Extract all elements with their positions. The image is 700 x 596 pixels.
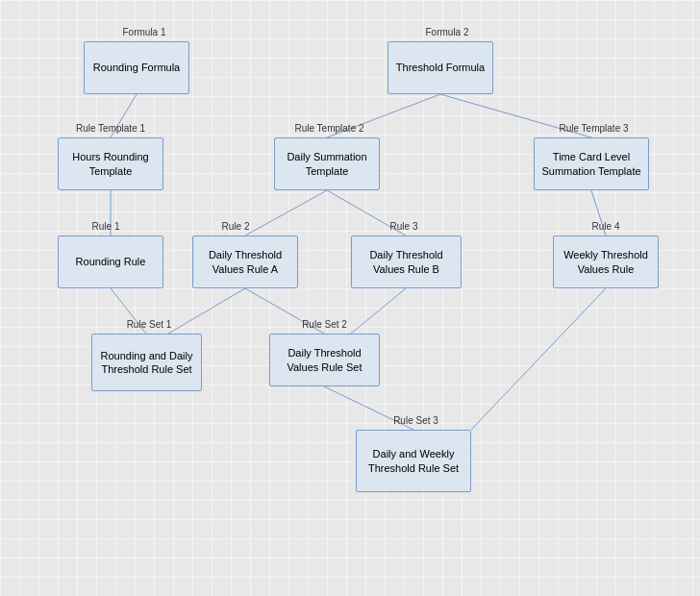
rule2-box: Daily Threshold Values Rule A <box>192 236 298 288</box>
rule3-label: Rule 3 <box>375 221 433 232</box>
rule1-box: Rounding Rule <box>58 236 163 288</box>
diagram: Formula 1 Rounding Formula Formula 2 Thr… <box>0 0 700 596</box>
rule3-box: Daily Threshold Values Rule B <box>351 236 462 288</box>
formula1-box: Rounding Formula <box>84 41 189 94</box>
rt3-box: Time Card Level Summation Template <box>534 137 649 190</box>
rs2-box: Daily Threshold Values Rule Set <box>269 334 380 386</box>
rs3-box: Daily and Weekly Threshold Rule Set <box>356 430 471 492</box>
rt2-label: Rule Template 2 <box>279 123 380 134</box>
rs1-box: Rounding and Daily Threshold Rule Set <box>91 334 202 391</box>
rule2-label: Rule 2 <box>207 221 264 232</box>
rt2-box: Daily Summation Template <box>274 137 380 190</box>
svg-line-12 <box>471 288 606 430</box>
rule1-label: Rule 1 <box>77 221 135 232</box>
formula1-label: Formula 1 <box>106 27 183 37</box>
formula2-box: Threshold Formula <box>388 41 493 94</box>
rs1-label: Rule Set 1 <box>115 319 183 330</box>
rt3-label: Rule Template 3 <box>543 123 644 134</box>
rule4-box: Weekly Threshold Values Rule <box>553 236 659 288</box>
rs2-label: Rule Set 2 <box>288 319 361 330</box>
rule4-label: Rule 4 <box>572 221 639 232</box>
rs3-label: Rule Set 3 <box>380 415 452 426</box>
formula2-label: Formula 2 <box>409 27 486 37</box>
rt1-label: Rule Template 1 <box>62 123 159 134</box>
rt1-box: Hours Rounding Template <box>58 137 163 190</box>
